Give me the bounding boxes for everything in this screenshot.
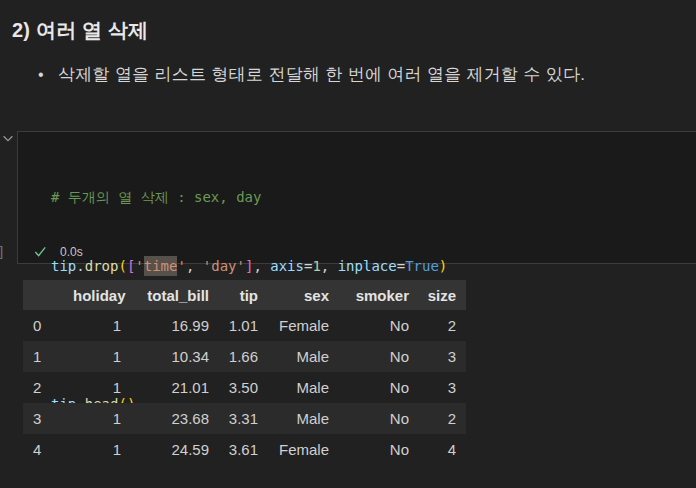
table-cell: Female	[268, 310, 339, 341]
code-token: =	[397, 258, 405, 274]
code-token: inplace	[338, 258, 397, 274]
table-row: 4 1 24.59 3.61 Female No 4	[23, 434, 466, 465]
bullet-list-item: • 삭제할 열을 리스트 형태로 전달해 한 번에 여러 열을 제거할 수 있다…	[38, 63, 585, 87]
success-check-icon	[33, 244, 48, 259]
table-row: 1 1 10.34 1.66 Male No 3	[23, 341, 466, 372]
table-cell: Male	[268, 403, 339, 434]
code-token: .	[76, 258, 84, 274]
section-heading: 2) 여러 열 삭제	[12, 17, 148, 44]
row-index: 4	[23, 434, 73, 465]
cell-collapse-chevron-icon[interactable]	[1, 131, 15, 145]
table-cell: 1.66	[219, 341, 268, 372]
column-header: sex	[268, 280, 339, 310]
table-cell: 4	[419, 434, 466, 465]
code-token: drop	[85, 258, 119, 274]
column-header: holiday	[73, 280, 131, 310]
table-cell: 24.59	[131, 434, 219, 465]
column-header: total_bill	[131, 280, 219, 310]
row-index: 0	[23, 310, 73, 341]
code-token: 1	[312, 258, 320, 274]
code-cell: # 두개의 열 삭제 : sex, day tip.drop(['time', …	[17, 131, 696, 264]
bullet-text: 삭제할 열을 리스트 형태로 전달해 한 번에 여러 열을 제거할 수 있다.	[58, 63, 585, 87]
column-header: size	[419, 280, 466, 310]
code-line-drop: tip.drop(['time', 'day'], axis=1, inplac…	[51, 255, 689, 278]
table-cell: No	[339, 372, 419, 403]
dataframe-output-table: holiday total_bill tip sex smoker size 0…	[23, 280, 466, 465]
cell-status-bar: 0.0s	[33, 244, 83, 259]
code-token: '	[177, 258, 185, 274]
table-cell: 21.01	[131, 372, 219, 403]
table-cell: No	[339, 403, 419, 434]
table-cell: 2	[419, 403, 466, 434]
code-token: axis	[270, 258, 304, 274]
table-cell: 1	[73, 372, 131, 403]
column-header	[23, 280, 73, 310]
selected-word-highlight: time	[144, 256, 178, 276]
table-cell: 1	[73, 434, 131, 465]
row-index: 3	[23, 403, 73, 434]
code-token: ,	[321, 258, 338, 274]
row-index: 2	[23, 372, 73, 403]
row-index: 1	[23, 341, 73, 372]
table-row: 2 1 21.01 3.50 Male No 3	[23, 372, 466, 403]
table-header-row: holiday total_bill tip sex smoker size	[23, 280, 466, 310]
table-cell: No	[339, 341, 419, 372]
table-cell: Male	[268, 372, 339, 403]
execution-count-bracket: ]	[0, 244, 5, 260]
table-cell: 3.61	[219, 434, 268, 465]
table-cell: 16.99	[131, 310, 219, 341]
table-cell: 23.68	[131, 403, 219, 434]
execution-duration: 0.0s	[60, 245, 83, 259]
table-cell: 3.31	[219, 403, 268, 434]
table-cell: 1.01	[219, 310, 268, 341]
column-header: smoker	[339, 280, 419, 310]
table-row: 0 1 16.99 1.01 Female No 2	[23, 310, 466, 341]
table-cell: No	[339, 434, 419, 465]
table-cell: 1	[73, 403, 131, 434]
table-row: 3 1 23.68 3.31 Male No 2	[23, 403, 466, 434]
table-cell: 1	[73, 310, 131, 341]
column-header: tip	[219, 280, 268, 310]
table-cell: 3	[419, 372, 466, 403]
code-token: True	[405, 258, 439, 274]
code-token: tip	[51, 258, 76, 274]
table-cell: 1	[73, 341, 131, 372]
code-token: )	[439, 258, 447, 274]
table-cell: 2	[419, 310, 466, 341]
table-cell: Male	[268, 341, 339, 372]
code-token: '	[135, 258, 143, 274]
code-line-comment: # 두개의 열 삭제 : sex, day	[51, 186, 689, 209]
code-token: ,	[253, 258, 270, 274]
code-token: ,	[186, 258, 203, 274]
table-cell: No	[339, 310, 419, 341]
code-token: 'day'	[203, 258, 245, 274]
code-token: (	[118, 258, 126, 274]
comment-token: # 두개의 열 삭제 : sex, day	[51, 189, 261, 205]
table-cell: 10.34	[131, 341, 219, 372]
table-cell: 3.50	[219, 372, 268, 403]
table-cell: 3	[419, 341, 466, 372]
bullet-marker: •	[38, 63, 58, 87]
table-cell: Female	[268, 434, 339, 465]
